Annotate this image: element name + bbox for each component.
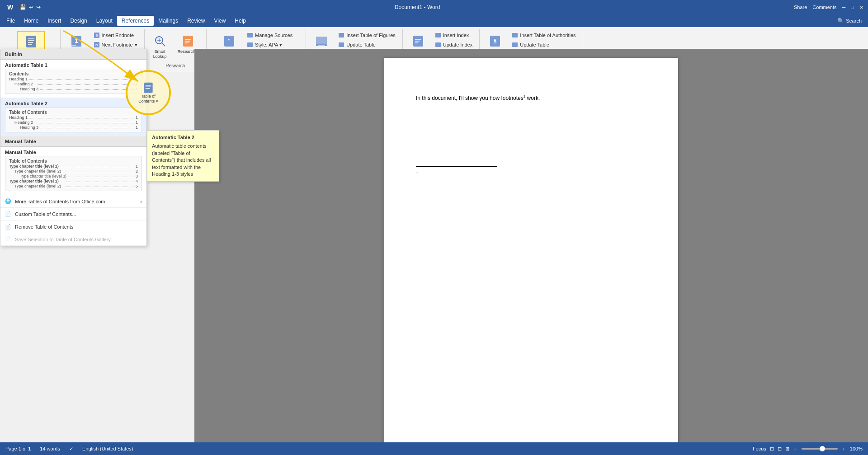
manual-pg5: 5 — [136, 184, 138, 188]
built-in-header: Built-In — [0, 49, 146, 60]
app-icon: W — [5, 3, 16, 12]
save-selection-icon: 📄 — [5, 236, 11, 242]
close-btn[interactable]: ✕ — [859, 5, 863, 10]
svg-text:1: 1 — [75, 37, 78, 44]
svg-text:§: § — [494, 38, 497, 44]
zoom-thumb — [820, 446, 825, 451]
auto1-pg2: 1 — [136, 82, 138, 86]
language: English (United States) — [82, 446, 133, 451]
update-index-label: Update Index — [443, 42, 472, 47]
zoom-out-btn[interactable]: － — [793, 446, 798, 452]
document-text: In this document, I'll show you how foot… — [416, 94, 646, 103]
remove-toc-link[interactable]: 📄 Remove Table of Contents — [0, 220, 146, 233]
save-btn[interactable]: 💾 — [19, 4, 26, 10]
auto1-line0: Contents — [9, 71, 28, 76]
more-toc-link[interactable]: 🌐 More Tables of Contents from Office.co… — [0, 195, 146, 208]
arrow-right-icon: › — [140, 199, 142, 204]
menu-design[interactable]: Design — [66, 16, 91, 26]
next-footnote-button[interactable]: N Next Footnote ▾ — [90, 40, 141, 49]
office-icon: 🌐 — [5, 198, 11, 204]
doc-icon — [24, 34, 38, 49]
footnote-icon: 1 — [69, 34, 84, 48]
auto2-pg2: 1 — [136, 120, 138, 125]
auto-table-1-item[interactable]: Automatic Table 1 Contents Heading 11 He… — [0, 60, 146, 98]
layout-view-web[interactable]: ⊟ — [778, 446, 782, 452]
zoom-in-btn[interactable]: ＋ — [841, 446, 846, 452]
manual-pg2: 2 — [136, 169, 138, 174]
menu-references[interactable]: References — [117, 16, 154, 26]
title-bar-actions: Share Comments ─ □ ✕ — [794, 5, 863, 10]
insert-endnote-button[interactable]: E Insert Endnote — [90, 31, 141, 40]
layout-view-print[interactable]: ⊞ — [770, 446, 774, 452]
insert-table-authorities-label: Insert Table of Authorities — [520, 33, 576, 38]
manual-table-preview: Table of Contents Type chapter title (le… — [5, 156, 142, 191]
manage-sources-icon — [247, 32, 253, 38]
svg-line-15 — [162, 43, 165, 46]
comments-button[interactable]: Comments — [812, 5, 836, 10]
share-button[interactable]: Share — [794, 5, 807, 10]
footnote-separator — [416, 166, 497, 167]
search-input[interactable]: Search — [846, 18, 862, 23]
custom-toc-link[interactable]: 📄 Custom Table of Contents... — [0, 208, 146, 220]
toc-dropdown: Built-In Automatic Table 1 Contents Head… — [0, 49, 147, 246]
focus-label[interactable]: Focus — [753, 446, 766, 451]
auto2-line2: Heading 2 — [14, 120, 33, 125]
auto2-line1: Heading 1 — [9, 115, 28, 120]
zoom-slider[interactable] — [802, 448, 838, 450]
update-table-authorities-button[interactable]: Update Table — [509, 40, 579, 49]
zoom-percent[interactable]: 100% — [850, 446, 863, 451]
smart-lookup-label: SmartLookup — [153, 49, 167, 59]
maximize-btn[interactable]: □ — [851, 5, 854, 10]
table-figures-icon — [338, 32, 344, 38]
auto-table-2-item[interactable]: Automatic Table 2 Table of Contents Head… — [0, 98, 146, 136]
auto-table-1-preview: Contents Heading 11 Heading 21 Heading 3… — [5, 69, 142, 94]
auto2-line3: Heading 3 — [20, 125, 38, 130]
tooltip-description: Automatic table contents (labeled "Table… — [152, 143, 214, 178]
insert-index-button[interactable]: Insert Index — [432, 31, 476, 40]
minimize-btn[interactable]: ─ — [842, 5, 846, 10]
update-table-captions-button[interactable]: Update Table — [335, 40, 399, 49]
manage-sources-button[interactable]: Manage Sources — [244, 31, 296, 40]
insert-table-of-figures-button[interactable]: Insert Table of Figures — [335, 31, 399, 40]
status-left: Page 1 of 1 14 words ✓ English (United S… — [5, 446, 133, 452]
mark-entry-icon — [411, 34, 425, 48]
menu-help[interactable]: Help — [230, 16, 250, 26]
menu-home[interactable]: Home — [19, 16, 43, 26]
smart-lookup-icon — [153, 34, 167, 48]
menu-layout[interactable]: Layout — [92, 16, 117, 26]
svg-rect-30 — [339, 33, 344, 38]
manual-table-item[interactable]: Manual Table Table of Contents Type chap… — [0, 147, 146, 195]
smart-lookup-button[interactable]: SmartLookup — [148, 31, 172, 62]
update-index-button[interactable]: Update Index — [432, 40, 476, 49]
title-bar: W 💾 ↩ ↪ Document1 - Word Share Comments … — [0, 0, 868, 14]
menu-file[interactable]: File — [2, 16, 19, 26]
svg-text:E: E — [95, 33, 98, 38]
menu-insert[interactable]: Insert — [43, 16, 66, 26]
layout-view-read[interactable]: ⊠ — [785, 446, 789, 452]
svg-rect-25 — [247, 42, 253, 47]
svg-rect-42 — [512, 42, 518, 47]
menu-mailings[interactable]: Mailings — [154, 16, 183, 26]
menu-review[interactable]: Review — [183, 16, 209, 26]
svg-text:N: N — [95, 43, 98, 47]
custom-toc-icon: 📄 — [5, 211, 11, 217]
manual-table-title: Manual Table — [5, 150, 142, 155]
manual-pg4: 4 — [136, 179, 138, 183]
manage-sources-label: Manage Sources — [255, 33, 292, 38]
remove-toc-label: Remove Table of Contents — [15, 224, 73, 230]
manual-line3: Type chapter title (level 3) — [20, 174, 66, 178]
tooltip-title: Automatic Table 2 — [152, 134, 214, 141]
doc-title: Document1 - Word — [395, 4, 440, 10]
endnote-icon: E — [94, 32, 100, 38]
search-icon: 🔍 — [837, 18, 844, 24]
auto2-pg3: 1 — [136, 125, 138, 130]
svg-text:": " — [228, 38, 231, 44]
redo-btn[interactable]: ↪ — [36, 4, 41, 10]
undo-btn[interactable]: ↩ — [29, 4, 33, 10]
svg-rect-41 — [512, 33, 518, 38]
status-bar: Page 1 of 1 14 words ✓ English (United S… — [0, 442, 868, 455]
spell-check-icon: ✓ — [69, 446, 73, 452]
menu-view[interactable]: View — [210, 16, 231, 26]
insert-table-authorities-button[interactable]: Insert Table of Authorities — [509, 31, 579, 40]
style-button[interactable]: Style: APA ▾ — [244, 40, 296, 49]
